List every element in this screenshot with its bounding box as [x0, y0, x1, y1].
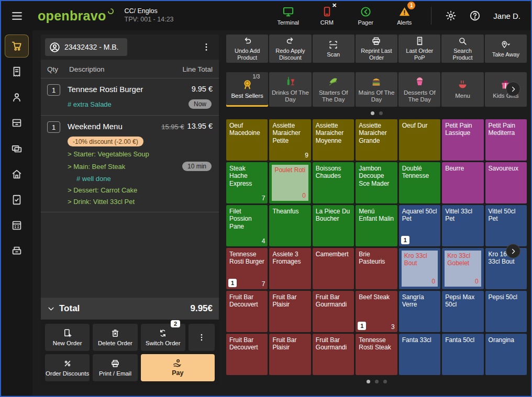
hamburger-button[interactable] — [1, 9, 32, 22]
products-next-button[interactable] — [506, 244, 520, 258]
product-tile-pepsi-50cl[interactable]: Pepsi 50cl — [485, 291, 527, 332]
reprint-last-order-button[interactable]: Reprint Last Order — [356, 35, 397, 63]
product-tile-brie-pasteuris[interactable]: Brie Pasteuris — [356, 248, 397, 289]
switch-order-button[interactable]: 2 Switch Order — [141, 324, 185, 351]
user-menu[interactable]: Jane D. — [493, 12, 520, 20]
product-tile-poulet-roti[interactable]: Poulet Roti0 — [269, 162, 311, 203]
pay-button[interactable]: Pay — [141, 354, 215, 381]
product-tile-petit-pain-mediterra[interactable]: Petit Pain Mediterra — [485, 119, 527, 161]
product-tile-la-piece-du-boucher[interactable]: La Piece Du Boucher — [313, 205, 354, 246]
status-badge: ✕ — [332, 2, 337, 9]
product-tile-fruit-bar-gourmandi[interactable]: Fruit Bar Gourmandi — [313, 291, 354, 332]
scan-button[interactable]: Scan — [313, 35, 354, 63]
last-order-pop-button[interactable]: Last Order PoP — [398, 35, 440, 63]
product-tile-oeuf-macedoine[interactable]: Oeuf Macedoine — [226, 119, 268, 161]
ticket-line[interactable]: 1Weekend Menu15.95 €13.95 €-10% discount… — [41, 116, 219, 212]
settings-button[interactable] — [439, 10, 463, 21]
line-name: Tennese Rosti Burger — [68, 84, 192, 94]
product-tile-assiette-maraicher-moyenne[interactable]: Assiette Maraicher Moyenne — [313, 119, 354, 161]
product-tile-fruit-bar-gourmandi[interactable]: Fruit Bar Gourmandi — [313, 334, 354, 375]
sidebar-item-orders[interactable] — [5, 60, 29, 83]
product-tile-boissons-chaudes[interactable]: Boissons Chaudes — [313, 162, 354, 203]
print-email-button[interactable]: Print / Email — [93, 354, 137, 381]
sidebar-item-store[interactable] — [5, 163, 29, 186]
product-tile-assiette-maraicher-petite[interactable]: Assiette Maraicher Petite9 — [269, 119, 311, 161]
qty-badge: 1 — [47, 121, 60, 133]
crm-button[interactable]: ✕CRM — [307, 6, 346, 26]
sidebar-item-documents[interactable] — [5, 188, 29, 211]
categories-next-button[interactable] — [506, 82, 520, 96]
product-tile-pepsi-max-50cl[interactable]: Pepsi Max 50cl — [442, 291, 483, 332]
customer-button[interactable]: 23432432 - M.B. — [45, 38, 127, 56]
col-line-total: Line Total — [182, 65, 213, 73]
cart-icon — [11, 40, 23, 52]
product-tile-kro-33cl-gobelet[interactable]: Kro 33cl Gobelet0 — [442, 248, 483, 289]
alerts-button[interactable]: 1Alerts — [385, 6, 424, 26]
pager-button[interactable]: Pager — [346, 6, 385, 26]
product-tile-camembert[interactable]: Camembert — [313, 248, 354, 289]
sidebar-item-payments[interactable] — [5, 137, 29, 160]
product-tile-fanta-50cl[interactable]: Fanta 50cl — [442, 334, 483, 375]
print-email-icon — [110, 359, 120, 368]
product-tile-men-enfant-malin[interactable]: Menú Enfant Malin — [356, 205, 397, 246]
chevron-right-icon — [509, 247, 517, 255]
delete-order-button[interactable]: Delete Order — [93, 324, 137, 351]
tab-desserts-of-the-day[interactable]: Desserts Of The Day — [398, 72, 440, 107]
product-tile-tennesse-rosti-burger[interactable]: Tennesse Rosti Burger17 — [226, 248, 268, 289]
tab-starters-of-the-day[interactable]: Starters Of The Day — [313, 72, 354, 107]
total-row[interactable]: Total 9.95€ — [41, 298, 219, 320]
product-tile-fruit-bar-decouvert[interactable]: Fruit Bar Decouvert — [226, 291, 268, 332]
sidebar-item-drawer[interactable] — [5, 111, 29, 134]
product-tile-steak-hache-express[interactable]: Steak Hache Express7 — [226, 162, 268, 203]
button-label: New Order — [53, 340, 82, 347]
ticket-line[interactable]: 1Tennese Rosti Burger9.95 €# extra Salad… — [41, 78, 219, 116]
product-tile-theanfus[interactable]: Theanfus — [269, 205, 311, 246]
product-tile-filet-possion-pane[interactable]: Filet Possion Pane4 — [226, 205, 268, 246]
chevron-right-icon — [509, 85, 517, 93]
product-tile-fruit-bar-plaisir[interactable]: Fruit Bar Plaisir — [269, 291, 311, 332]
product-tile-savoureux[interactable]: Savoureux — [485, 162, 527, 203]
search-product-button[interactable]: Search Product — [441, 35, 483, 63]
redo-apply-discount-button[interactable]: Redo Apply Discount — [269, 35, 311, 63]
help-button[interactable] — [463, 10, 487, 21]
product-tile-oeuf-dur[interactable]: Oeuf Dur — [399, 119, 440, 161]
product-tile-sangr-a-verre[interactable]: Sangría Verre — [399, 291, 440, 332]
product-tile-vittel-33cl-pet[interactable]: Vittel 33cl Pet — [442, 205, 483, 246]
order-discounts-button[interactable]: Order Discounts — [45, 354, 90, 381]
ticket-more-button[interactable] — [189, 324, 215, 351]
product-tile-assiete-3-fromages[interactable]: Assiete 3 Fromages — [269, 248, 311, 289]
product-tile-kro-33cl-bout[interactable]: Kro 33cl Bout0 — [399, 248, 440, 289]
sidebar-item-register[interactable] — [5, 214, 29, 237]
sidebar-item-cart[interactable] — [5, 35, 29, 58]
last-order-icon — [415, 36, 425, 46]
product-tile-beef-steak[interactable]: Beef Steak13 — [356, 291, 397, 332]
product-tile-fruit-bar-decouvert[interactable]: Fruit Bar Decouvert — [226, 334, 268, 375]
product-tile-tennesse-rosti-steak[interactable]: Tennesse Rosti Steak — [356, 334, 397, 375]
line-note: > Dessert: Carrot Cake — [68, 186, 213, 194]
product-tile-fanta-33cl[interactable]: Fanta 33cl — [399, 334, 440, 375]
product-tile-vittel-50cl-pet[interactable]: Vittel 50cl Pet — [485, 205, 527, 246]
product-name: Fruit Bar Decouvert — [229, 293, 264, 309]
product-tile-doubl-tennesse[interactable]: Doublé Tennesse — [399, 162, 440, 203]
sidebar-item-customers[interactable] — [5, 86, 29, 109]
terminal-button[interactable]: Terminal — [269, 6, 307, 26]
ticket-menu-button[interactable] — [198, 42, 215, 52]
product-tile-orangina[interactable]: Orangina — [485, 334, 527, 375]
tab-mains-of-the-day[interactable]: Mains Of The Day — [356, 72, 397, 107]
tab-best-sellers[interactable]: 1/3Best Sellers — [226, 72, 268, 107]
product-tile-beurre[interactable]: Beurre — [442, 162, 483, 203]
tab-drinks-of-the-day[interactable]: Drinks Of The Day — [269, 72, 311, 107]
take-away-button[interactable]: Take Away — [485, 35, 527, 63]
new-order-button[interactable]: New Order — [45, 324, 90, 351]
button-label: Take Away — [492, 51, 519, 58]
product-tile-jambon-decoupe-sce-mader[interactable]: Jambon Decoupe Sce Mader — [356, 162, 397, 203]
product-tile-petit-pain-lassique[interactable]: Petit Pain Lassique — [442, 119, 483, 161]
tile-count: 4 — [262, 237, 265, 245]
product-tile-fruit-bar-plaisir[interactable]: Fruit Bar Plaisir — [269, 334, 311, 375]
tab-menu[interactable]: Menu — [441, 72, 483, 107]
product-tile-assiette-maraicher-grande[interactable]: Assiette Maraicher Grande — [356, 119, 397, 161]
sidebar-item-cash-drawer[interactable] — [5, 240, 29, 263]
undo-add-product-button[interactable]: Undo Add Product — [226, 35, 268, 63]
product-tile-aquarel-50cl-pet[interactable]: Aquarel 50cl Pet1 — [399, 205, 440, 246]
crm-icon — [321, 6, 333, 18]
